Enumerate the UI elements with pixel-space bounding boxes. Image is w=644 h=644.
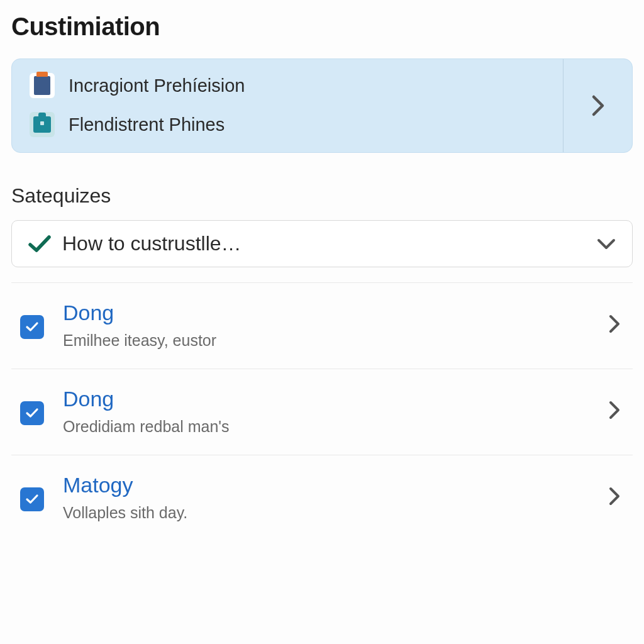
list-item[interactable]: Dong Emilhee iteasy, eustor	[11, 283, 633, 369]
section-title: Satequizes	[11, 184, 633, 208]
page-title: Custimiation	[11, 13, 633, 41]
chevron-right-icon	[609, 401, 620, 419]
list-item-action[interactable]	[609, 314, 626, 336]
chevron-right-icon	[609, 487, 620, 506]
check-icon	[25, 494, 39, 505]
banner-row-1: Flendistrent Phines	[30, 112, 545, 137]
chevron-down-icon	[597, 238, 616, 250]
list-item-title: Dong	[63, 301, 590, 325]
list-body: Matogy Vollaples sith day.	[63, 473, 590, 522]
banner-row-0: Incragiont Prehíeision	[30, 73, 545, 98]
list-item-title: Matogy	[63, 473, 590, 497]
check-icon	[25, 321, 39, 333]
item-list: Dong Emilhee iteasy, eustor Dong Oredidi…	[11, 282, 633, 541]
banner-content: Incragiont Prehíeision Flendistrent Phin…	[12, 59, 563, 152]
list-item-subtitle: Oredidiam redbal man's	[63, 418, 590, 436]
checkbox[interactable]	[20, 487, 44, 511]
list-body: Dong Emilhee iteasy, eustor	[63, 301, 590, 350]
check-icon	[28, 235, 51, 253]
list-item-action[interactable]	[609, 487, 626, 508]
list-item[interactable]: Dong Oredidiam redbal man's	[11, 369, 633, 455]
expander-label: How to custrustlle…	[62, 232, 586, 255]
info-banner[interactable]: Incragiont Prehíeision Flendistrent Phin…	[11, 58, 633, 153]
clipboard-icon	[30, 73, 55, 98]
check-icon	[25, 408, 39, 419]
banner-label-1: Flendistrent Phines	[69, 114, 225, 135]
checkbox[interactable]	[20, 401, 44, 425]
list-body: Dong Oredidiam redbal man's	[63, 387, 590, 436]
list-item-title: Dong	[63, 387, 590, 411]
chevron-right-icon	[591, 94, 605, 117]
banner-label-0: Incragiont Prehíeision	[69, 75, 245, 96]
toolbox-icon	[30, 112, 55, 137]
banner-action[interactable]	[563, 59, 632, 152]
checkbox[interactable]	[20, 315, 44, 339]
page-container: Custimiation Incragiont Prehíeision Flen…	[0, 0, 644, 541]
list-item[interactable]: Matogy Vollaples sith day.	[11, 455, 633, 541]
list-item-subtitle: Emilhee iteasy, eustor	[63, 331, 590, 350]
chevron-right-icon	[609, 314, 620, 333]
expander-how-to[interactable]: How to custrustlle…	[11, 220, 633, 267]
list-item-action[interactable]	[609, 401, 626, 422]
list-item-subtitle: Vollaples sith day.	[63, 504, 590, 522]
